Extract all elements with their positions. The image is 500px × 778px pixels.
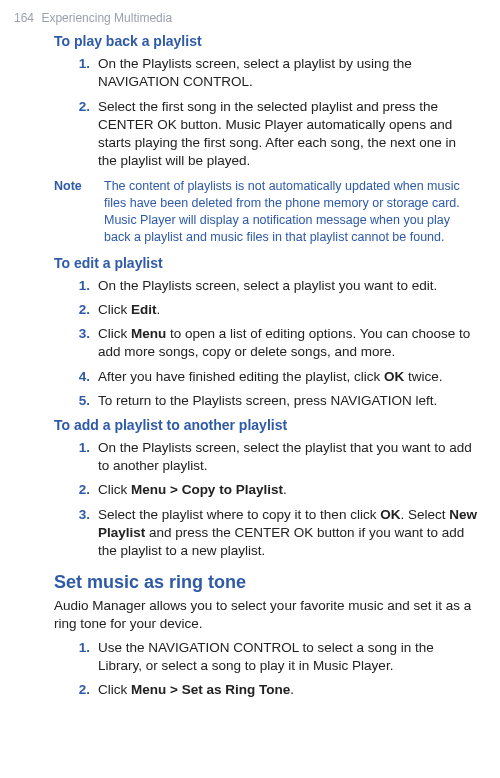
list-text: Click Edit. [98,301,478,319]
heading-edit-playlist: To edit a playlist [54,254,478,273]
text-mid: . Select [400,507,449,522]
text-bold: Edit [131,302,157,317]
list-item: 4. After you have finished editing the p… [76,368,478,386]
list-number: 2. [76,98,98,171]
text-bold: Menu [131,326,166,341]
list-item: 5. To return to the Playlists screen, pr… [76,392,478,410]
note-body: The content of playlists is not automati… [104,178,478,246]
list-text: Select the first song in the selected pl… [98,98,478,171]
list-number: 1. [76,439,98,475]
list-number: 1. [76,639,98,675]
list-text: Click Menu to open a list of editing opt… [98,325,478,361]
heading-set-ring-tone: Set music as ring tone [54,570,478,594]
text-pre: After you have finished editing the play… [98,369,384,384]
list-text: On the Playlists screen, select a playli… [98,55,478,91]
list-item: 2. Select the first song in the selected… [76,98,478,171]
list-text: On the Playlists screen, select the play… [98,439,478,475]
list-text: Use the NAVIGATION CONTROL to select a s… [98,639,478,675]
chapter-title: Experiencing Multimedia [41,11,172,25]
text-post: . [290,682,294,697]
text-bold: OK [380,507,400,522]
text-bold: OK [384,369,404,384]
note-label: Note [54,178,104,246]
heading-play-playlist: To play back a playlist [54,32,478,51]
text-pre: Select the playlist where to copy it to … [98,507,380,522]
text-pre: Click [98,326,131,341]
list-number: 3. [76,506,98,561]
list-item: 1. Use the NAVIGATION CONTROL to select … [76,639,478,675]
list-number: 1. [76,55,98,91]
text-post: and press the CENTER OK button if you wa… [98,525,464,558]
list-number: 2. [76,481,98,499]
list-number: 1. [76,277,98,295]
page-number: 164 [14,11,34,25]
list-number: 5. [76,392,98,410]
note-block: Note The content of playlists is not aut… [54,178,478,246]
list-number: 2. [76,681,98,699]
list-item: 2. Click Edit. [76,301,478,319]
text-bold: Menu > Copy to Playlist [131,482,283,497]
list-item: 3. Click Menu to open a list of editing … [76,325,478,361]
list-item: 1. On the Playlists screen, select the p… [76,439,478,475]
list-item: 2. Click Menu > Set as Ring Tone. [76,681,478,699]
text-post: . [157,302,161,317]
list-number: 2. [76,301,98,319]
intro-paragraph: Audio Manager allows you to select your … [54,597,478,633]
list-text: Click Menu > Copy to Playlist. [98,481,478,499]
text-post: twice. [404,369,442,384]
text-post: . [283,482,287,497]
text-pre: Click [98,482,131,497]
list-number: 4. [76,368,98,386]
list-item: 2. Click Menu > Copy to Playlist. [76,481,478,499]
text-pre: Click [98,302,131,317]
heading-add-playlist: To add a playlist to another playlist [54,416,478,435]
list-text: After you have finished editing the play… [98,368,478,386]
list-text: On the Playlists screen, select a playli… [98,277,478,295]
text-pre: Click [98,682,131,697]
list-text: Click Menu > Set as Ring Tone. [98,681,478,699]
list-item: 1. On the Playlists screen, select a pla… [76,55,478,91]
page-header: 164 Experiencing Multimedia [14,10,478,26]
list-number: 3. [76,325,98,361]
list-item: 3. Select the playlist where to copy it … [76,506,478,561]
text-bold: Menu > Set as Ring Tone [131,682,290,697]
list-text: Select the playlist where to copy it to … [98,506,478,561]
list-item: 1. On the Playlists screen, select a pla… [76,277,478,295]
list-text: To return to the Playlists screen, press… [98,392,478,410]
